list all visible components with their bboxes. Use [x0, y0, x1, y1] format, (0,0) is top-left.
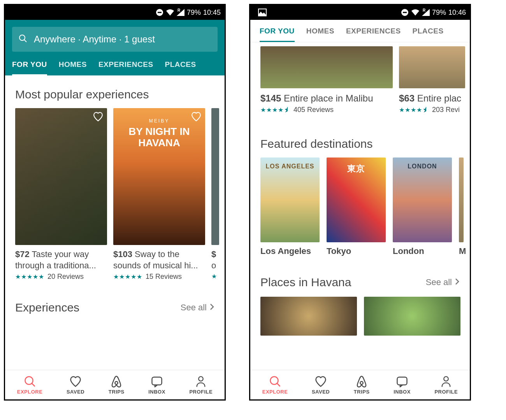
chat-icon	[395, 375, 409, 388]
svg-point-2	[19, 35, 25, 40]
see-all-link[interactable]: See all	[426, 277, 460, 287]
tab-places[interactable]: PLACES	[165, 60, 196, 75]
listing-image	[260, 46, 393, 88]
destination-card[interactable]: 東京 Tokyo	[327, 158, 386, 256]
nav-saved[interactable]: SAVED	[312, 375, 330, 395]
star-icons: ★★★★⯨	[399, 106, 429, 114]
card-price: $103	[113, 249, 132, 259]
tab-experiences[interactable]: EXPERIENCES	[346, 27, 401, 42]
status-bar: R 79% 10:46	[250, 5, 470, 20]
destination-image: LOS ANGELES	[260, 158, 320, 242]
svg-point-6	[115, 382, 118, 384]
tab-experiences[interactable]: EXPERIENCES	[98, 60, 153, 75]
nav-label: EXPLORE	[262, 389, 288, 395]
signal-icon: R	[177, 9, 184, 16]
listing-image	[399, 46, 465, 88]
destination-card[interactable]: LONDON London	[393, 158, 452, 256]
review-count: 15 Reviews	[146, 273, 182, 281]
review-count: 405 Reviews	[293, 106, 334, 114]
nav-inbox[interactable]: INBOX	[148, 375, 165, 395]
destination-card-partial[interactable]: M	[459, 158, 464, 256]
content[interactable]: Most popular experiences $72 Taste your …	[5, 75, 225, 370]
rating-row: ★★★★⯨ 405 Reviews	[260, 104, 393, 114]
experience-card-partial[interactable]: $ o ★	[211, 108, 219, 281]
nav-profile[interactable]: PROFILE	[434, 375, 458, 395]
listing-title: Entire place in Malibu	[284, 93, 373, 103]
places-carousel[interactable]	[250, 293, 470, 336]
place-card[interactable]	[364, 297, 460, 336]
dnd-icon	[401, 9, 409, 16]
listing-text: $63 Entire plac	[399, 88, 465, 104]
experience-card[interactable]: $72 Taste your way through a traditiona.…	[15, 108, 107, 281]
card-overlay-text: MEIBY BY NIGHT INHAVANA	[113, 118, 205, 148]
nav-trips[interactable]: TRIPS	[354, 375, 370, 395]
airbnb-logo-icon	[110, 375, 123, 388]
bottom-nav: EXPLORE SAVED TRIPS INBOX PROFILE	[5, 370, 225, 399]
listing-card[interactable]: $145 Entire place in Malibu ★★★★⯨ 405 Re…	[260, 46, 393, 114]
place-card[interactable]	[260, 297, 357, 336]
destination-carousel[interactable]: LOS ANGELES Los Angeles 東京 Tokyo LONDON …	[250, 158, 470, 256]
person-icon	[194, 375, 207, 388]
experience-carousel[interactable]: $72 Taste your way through a traditiona.…	[5, 108, 225, 281]
search-icon	[18, 34, 28, 45]
listing-card-partial[interactable]: $63 Entire plac ★★★★⯨ 203 Revi	[399, 46, 465, 114]
nav-inbox[interactable]: INBOX	[394, 375, 411, 395]
nav-label: PROFILE	[434, 389, 458, 395]
nav-label: INBOX	[148, 389, 165, 395]
nav-explore[interactable]: EXPLORE	[17, 375, 43, 395]
svg-line-5	[32, 383, 35, 387]
search-icon	[23, 375, 37, 388]
listing-price: $63	[399, 93, 415, 103]
signal-icon: R	[422, 9, 430, 16]
dnd-icon	[156, 9, 163, 16]
tab-for-you[interactable]: FOR YOU	[12, 60, 47, 75]
card-image	[15, 108, 107, 245]
heart-icon	[314, 375, 327, 388]
nav-label: SAVED	[312, 389, 330, 395]
listing-carousel[interactable]: $145 Entire place in Malibu ★★★★⯨ 405 Re…	[250, 42, 470, 114]
destination-card[interactable]: LOS ANGELES Los Angeles	[260, 158, 320, 256]
clock: 10:45	[203, 9, 221, 17]
picture-icon	[258, 9, 267, 16]
nav-saved[interactable]: SAVED	[67, 375, 84, 395]
content[interactable]: $145 Entire place in Malibu ★★★★⯨ 405 Re…	[250, 42, 470, 370]
destination-art-label: LONDON	[408, 163, 437, 170]
card-text: $72 Taste your way through a traditiona.…	[15, 245, 107, 271]
nav-trips[interactable]: TRIPS	[109, 375, 125, 395]
card-image: MEIBY BY NIGHT INHAVANA	[113, 108, 205, 245]
tab-homes[interactable]: HOMES	[306, 27, 334, 42]
destination-name: Tokyo	[327, 242, 386, 256]
listing-title: Entire plac	[417, 93, 461, 103]
nav-label: SAVED	[67, 389, 84, 395]
wifi-icon	[166, 9, 174, 16]
rating-row: ★	[211, 271, 219, 280]
tab-for-you[interactable]: FOR YOU	[260, 27, 295, 42]
destination-name: Los Angeles	[260, 242, 320, 256]
svg-point-12	[270, 377, 278, 385]
nav-label: TRIPS	[109, 389, 125, 395]
experience-card[interactable]: MEIBY BY NIGHT INHAVANA $103 Sway to the…	[113, 108, 205, 281]
tab-homes[interactable]: HOMES	[59, 60, 87, 75]
nav-profile[interactable]: PROFILE	[189, 375, 213, 395]
see-all-link[interactable]: See all	[181, 303, 214, 313]
nav-label: TRIPS	[354, 389, 370, 395]
rating-row: ★★★★★ 20 Reviews	[15, 271, 107, 281]
search-bar[interactable]: Anywhere · Anytime · 1 guest	[12, 27, 218, 52]
clock: 10:46	[448, 9, 466, 17]
section-places-title: Places in Havana	[260, 276, 351, 289]
tab-places[interactable]: PLACES	[413, 27, 444, 42]
nav-label: INBOX	[394, 389, 411, 395]
favorite-icon[interactable]	[93, 112, 103, 123]
overlay-title: BY NIGHT INHAVANA	[113, 126, 205, 148]
overlay-subtitle: MEIBY	[113, 118, 205, 124]
svg-rect-7	[152, 377, 162, 385]
battery-percent: 79%	[187, 9, 201, 17]
nav-label: PROFILE	[189, 389, 213, 395]
nav-explore[interactable]: EXPLORE	[262, 375, 288, 395]
destination-image: 東京	[327, 158, 386, 242]
section-places-header: Places in Havana See all	[250, 256, 470, 293]
card-price: $	[211, 249, 216, 259]
section-experiences-title: Experiences	[15, 301, 79, 314]
chevron-right-icon	[210, 303, 214, 313]
airbnb-logo-icon	[355, 375, 368, 388]
